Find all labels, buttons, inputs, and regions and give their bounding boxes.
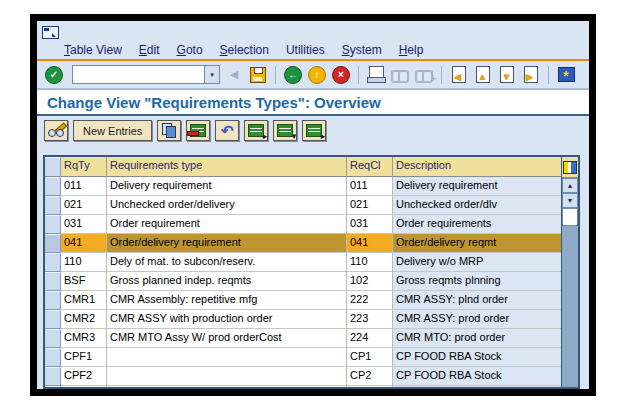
cell-requirements-type[interactable]: Delivery requirement: [107, 177, 347, 196]
cell-rqty[interactable]: 021: [61, 196, 107, 215]
cell-requirements-type[interactable]: Order requirement: [107, 215, 347, 234]
cell-reqcl[interactable]: 110: [347, 253, 393, 272]
row-selector[interactable]: [45, 310, 61, 329]
copy-as-button[interactable]: [157, 120, 181, 141]
cell-requirements-type[interactable]: Order/delivery requirement: [107, 234, 347, 253]
toolbar-divider: [548, 66, 549, 84]
toolbar-divider: [358, 66, 359, 84]
system-row: [37, 21, 589, 40]
cancel-button[interactable]: ×: [331, 65, 351, 85]
change-display-icon: [47, 125, 65, 137]
system-menu-icon[interactable]: [42, 26, 59, 39]
cell-requirements-type[interactable]: Dely of mat. to subcon/reserv.: [107, 253, 347, 272]
vertical-scrollbar[interactable]: ▲ ▼: [561, 157, 578, 387]
cell-rqty[interactable]: BSF: [61, 272, 107, 291]
cell-rqty[interactable]: KEV: [61, 386, 107, 389]
row-selector[interactable]: [45, 367, 61, 386]
table-row: 011Delivery requirement011Delivery requi…: [45, 177, 578, 196]
menu-item-help[interactable]: Help: [399, 43, 424, 57]
cell-requirements-type[interactable]: Gross planned indep. reqmts: [107, 272, 347, 291]
row-selector[interactable]: [45, 348, 61, 367]
cell-requirements-type[interactable]: Unchecked order/delivery: [107, 196, 347, 215]
cell-reqcl[interactable]: 021: [347, 196, 393, 215]
cell-rqty[interactable]: 011: [61, 177, 107, 196]
cell-requirements-type[interactable]: [107, 348, 347, 367]
save-button[interactable]: [248, 65, 268, 85]
command-field[interactable]: ▾: [72, 65, 220, 84]
cell-description: CMR MTO: prod order: [393, 329, 563, 348]
cell-rqty[interactable]: CMR1: [61, 291, 107, 310]
cell-requirements-type[interactable]: CMR MTO Assy W/ prod orderCost: [107, 329, 347, 348]
enter-button[interactable]: ✓: [44, 65, 64, 85]
scrollbar-track[interactable]: [562, 226, 578, 387]
menu-item-table-view[interactable]: Table View: [64, 43, 122, 57]
row-selector[interactable]: [45, 253, 61, 272]
print-button[interactable]: [366, 65, 386, 85]
page-up-button[interactable]: ▲: [473, 65, 493, 85]
cell-requirements-type[interactable]: CMR ASSY with production order: [107, 310, 347, 329]
cell-reqcl[interactable]: 031: [347, 215, 393, 234]
find-next-icon: +: [415, 69, 433, 81]
cell-reqcl[interactable]: 223: [347, 310, 393, 329]
row-selector[interactable]: [45, 272, 61, 291]
row-selector[interactable]: [45, 386, 61, 389]
first-page-button[interactable]: ◀: [449, 65, 469, 85]
scroll-down-button[interactable]: ▼: [562, 193, 578, 208]
scroll-up-button[interactable]: ▲: [562, 178, 578, 193]
command-input[interactable]: [73, 66, 204, 83]
cell-reqcl[interactable]: 224: [347, 329, 393, 348]
cell-rqty[interactable]: CPF1: [61, 348, 107, 367]
cell-reqcl[interactable]: 041: [347, 234, 393, 253]
row-selector[interactable]: [45, 196, 61, 215]
cell-reqcl[interactable]: 222: [347, 291, 393, 310]
row-selector[interactable]: [45, 177, 61, 196]
row-selector[interactable]: [45, 215, 61, 234]
menu-item-system[interactable]: System: [342, 43, 382, 57]
change-display-button[interactable]: [44, 120, 68, 141]
back-button[interactable]: ←: [283, 65, 303, 85]
scrollbar-thumb[interactable]: [562, 208, 578, 226]
find-button[interactable]: [390, 65, 410, 85]
back-arrow-icon: ←: [284, 66, 302, 84]
row-selector[interactable]: [45, 291, 61, 310]
menu-item-selection[interactable]: Selection: [220, 43, 269, 57]
cell-description: Unchecked order/dlv: [393, 196, 563, 215]
cell-rqty[interactable]: 031: [61, 215, 107, 234]
cell-rqty[interactable]: 041: [61, 234, 107, 253]
cell-rqty[interactable]: 110: [61, 253, 107, 272]
cell-reqcl[interactable]: 102: [347, 272, 393, 291]
cell-rqty[interactable]: CMR3: [61, 329, 107, 348]
menu-item-edit[interactable]: Edit: [139, 43, 160, 57]
undo-change-button[interactable]: ↶: [215, 120, 239, 141]
deselect-all-button[interactable]: ▸: [302, 120, 326, 141]
menu-item-utilities[interactable]: Utilities: [286, 43, 325, 57]
select-block-button[interactable]: ▾: [273, 120, 297, 141]
cell-reqcl[interactable]: CP2: [347, 367, 393, 386]
cell-reqcl[interactable]: KEV: [347, 386, 393, 389]
command-history-button[interactable]: ◀: [224, 65, 244, 85]
select-all-header-cell[interactable]: [45, 157, 61, 177]
cell-reqcl[interactable]: CP1: [347, 348, 393, 367]
table-config-button[interactable]: [562, 157, 578, 178]
cell-requirements-type[interactable]: Make-to-ord. w/o cons. of stock: [107, 386, 347, 389]
cell-rqty[interactable]: CPF2: [61, 367, 107, 386]
cell-requirements-type[interactable]: CMR Assembly: repetitive mfg: [107, 291, 347, 310]
last-page-button[interactable]: ▶: [521, 65, 541, 85]
delete-button[interactable]: [186, 120, 210, 141]
cell-requirements-type[interactable]: [107, 367, 347, 386]
customize-layout-button[interactable]: *: [556, 65, 576, 85]
find-next-button[interactable]: +: [414, 65, 434, 85]
requirements-table: RqTyRequirements typeReqClDescription011…: [43, 155, 580, 389]
page-down-button[interactable]: ▼: [497, 65, 517, 85]
page-down-icon: ▼: [500, 66, 514, 83]
new-entries-button[interactable]: New Entries: [73, 120, 152, 141]
cell-rqty[interactable]: CMR2: [61, 310, 107, 329]
row-selector[interactable]: [45, 329, 61, 348]
first-page-icon: ◀: [452, 66, 466, 83]
exit-button[interactable]: ↑: [307, 65, 327, 85]
cell-reqcl[interactable]: 011: [347, 177, 393, 196]
menu-item-goto[interactable]: Goto: [177, 43, 203, 57]
select-all-button[interactable]: ▸: [244, 120, 268, 141]
command-dropdown-icon[interactable]: ▾: [204, 66, 219, 83]
row-selector[interactable]: [45, 234, 61, 253]
